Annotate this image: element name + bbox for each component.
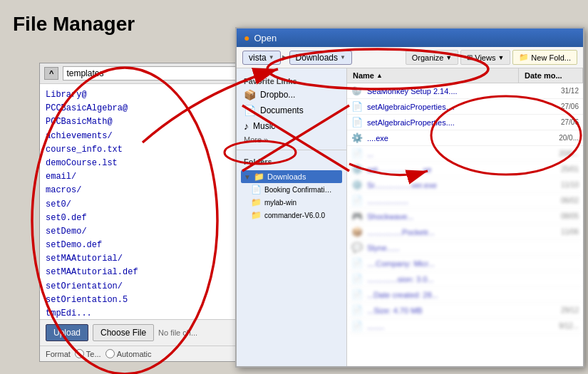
file-row[interactable]: 📄...Date created: 28... <box>347 287 583 303</box>
choose-file-button[interactable]: Choose File <box>93 324 154 341</box>
fm-file-item[interactable]: setOrientation.5 <box>46 294 236 307</box>
format-automatic-radio[interactable]: Automatic <box>105 349 152 358</box>
sidebar-item-documents[interactable]: 📄 Documents <box>237 103 346 118</box>
file-row[interactable]: 📄...................06/02 <box>347 193 583 209</box>
fm-file-item[interactable]: PCCBasicAlgebra@ <box>46 102 236 115</box>
booking-label: Booking Confirmation _ Flight Netw... <box>264 186 336 194</box>
organize-button[interactable]: Organize ▼ <box>406 50 459 65</box>
file-row[interactable]: 📄setAlgebraicProperties....27/06 <box>347 99 583 115</box>
fm-file-item[interactable]: achievements/ <box>46 130 236 143</box>
file-type-icon: 🎮 <box>351 211 364 222</box>
file-name: Sr.................ver.exe <box>367 181 522 189</box>
file-name: ................... <box>367 197 522 205</box>
dialog-body: Favorite Links 📦 Dropbo... 📄 Documents ♪… <box>237 68 583 366</box>
file-type-icon: 📄 <box>351 195 364 206</box>
upload-button[interactable]: Upload <box>46 324 88 341</box>
file-row[interactable]: 📄...Size: 4.70 MB29/12 <box>347 303 583 318</box>
tree-expand-icon: ▼ <box>244 173 251 181</box>
fm-file-item[interactable]: PCCBasicMath@ <box>46 115 236 129</box>
file-type-icon: 📄 <box>351 274 364 284</box>
tree-item-mylab[interactable]: 📁 mylab-win <box>241 196 342 209</box>
file-row[interactable]: 📄setAlgebraicProperties....27/06 <box>347 115 583 130</box>
file-row[interactable]: 🦭SeaMonkey Setup 2.14....31/12 <box>347 83 583 99</box>
fm-file-item[interactable]: setDemo/ <box>46 225 236 239</box>
fm-file-item[interactable]: course_info.txt <box>46 143 236 157</box>
fm-file-item[interactable]: macros/ <box>46 184 236 197</box>
fm-file-item[interactable]: setMAAtutorial.def <box>46 266 236 279</box>
file-date: 11/06 <box>522 228 579 236</box>
sidebar-item-dropbox[interactable]: 📦 Dropbo... <box>237 87 346 103</box>
tree-item-downloads[interactable]: ▼ 📁 Downloads <box>241 170 342 183</box>
file-type-icon: 📄 <box>351 148 364 159</box>
file-name: ...Size: 4.70 MB <box>367 306 522 315</box>
breadcrumb: vista ▼ ▶ Downloads ▼ <box>242 51 403 65</box>
file-type-icon: ⚙️ <box>351 180 364 190</box>
format-text-radio[interactable]: Te... <box>75 349 101 358</box>
file-date: 06/02 <box>522 197 579 204</box>
documents-icon: 📄 <box>244 105 256 116</box>
fm-file-item[interactable]: Library@ <box>46 88 236 102</box>
folder-icon-mylab: 📁 <box>251 197 262 207</box>
fm-format-row: Format Te... Automatic <box>40 346 242 361</box>
page-title: File Manager <box>13 13 135 36</box>
breadcrumb-vista[interactable]: vista ▼ <box>242 51 281 65</box>
dialog-title-text: Open <box>254 33 277 43</box>
sidebar-dropbox-label: Dropbo... <box>260 90 295 100</box>
commander-label: commander-V6.0.0 <box>264 212 325 219</box>
file-row[interactable]: 🎮Shockwave...08/05 <box>347 209 583 224</box>
file-date: 20/0... <box>522 134 579 142</box>
file-row[interactable]: 📄....Company: Micr... <box>347 256 583 271</box>
dialog-sidebar: Favorite Links 📦 Dropbo... 📄 Documents ♪… <box>237 68 347 366</box>
header-name[interactable]: Name ▲ <box>347 68 519 83</box>
sidebar-music-label: Music <box>253 121 275 131</box>
file-row[interactable]: 📄..............sion: 3.0... <box>347 271 583 287</box>
fm-file-list: Library@PCCBasicAlgebra@PCCBasicMath@ach… <box>40 84 242 319</box>
fm-path-input[interactable] <box>63 66 237 80</box>
fm-file-item[interactable]: setMAAtutorial/ <box>46 252 236 266</box>
file-row[interactable]: ⚙️set.....................xe25/01 <box>347 162 583 177</box>
file-name: ...Date created: 28... <box>367 291 522 299</box>
tree-item-booking[interactable]: 📄 Booking Confirmation _ Flight Netw... <box>241 183 342 196</box>
views-button[interactable]: ⊞ Views ▼ <box>460 50 510 65</box>
file-row[interactable]: 💬Slyne...... <box>347 240 583 256</box>
file-date: 29/12 <box>522 306 579 314</box>
breadcrumb-downloads[interactable]: Downloads ▼ <box>289 51 352 65</box>
folders-title: Folders <box>237 155 346 167</box>
file-name: ....exe <box>367 134 522 142</box>
fm-file-item[interactable]: setOrientation/ <box>46 280 236 294</box>
fm-file-item[interactable]: email/ <box>46 170 236 184</box>
dialog-title-icon: ● <box>244 32 249 43</box>
file-name: SeaMonkey Setup 2.14.... <box>367 87 522 95</box>
dialog-main: Name ▲ Date mo... 🦭SeaMonkey Setup 2.14.… <box>347 68 583 366</box>
header-date[interactable]: Date mo... <box>519 68 583 83</box>
file-name: ... <box>367 150 522 158</box>
file-row[interactable]: ⚙️....exe20/0... <box>347 130 583 146</box>
file-row[interactable]: 📄...20/0... <box>347 146 583 162</box>
file-row[interactable]: 📦................Pocketr...11/06 <box>347 224 583 240</box>
music-icon: ♪ <box>244 120 249 132</box>
dialog-toolbar: vista ▼ ▶ Downloads ▼ Organize ▼ ⊞ Views… <box>237 47 583 68</box>
fm-file-item[interactable]: set0/ <box>46 198 236 212</box>
file-name: ........ <box>367 322 522 331</box>
file-name: setAlgebraicProperties.... <box>367 118 522 127</box>
file-name: Shockwave... <box>367 212 522 221</box>
sidebar-documents-label: Documents <box>260 105 304 115</box>
file-date: 31/12 <box>522 87 579 95</box>
fm-file-item[interactable]: tmpEdi... <box>46 307 236 319</box>
fm-file-item[interactable]: set0.def <box>46 212 236 225</box>
file-name: setAlgebraicProperties.... <box>367 103 522 111</box>
file-type-icon: 🦭 <box>351 85 364 96</box>
fm-nav-button[interactable]: ^ <box>44 67 58 80</box>
fm-file-item[interactable]: demoCourse.lst <box>46 157 236 170</box>
tree-item-commander[interactable]: 📁 commander-V6.0.0 <box>241 209 342 222</box>
file-type-icon: 📦 <box>351 227 364 237</box>
new-folder-button[interactable]: 📁 New Fold... <box>512 50 577 65</box>
file-date: 27/06 <box>522 118 579 126</box>
file-row[interactable]: ⚙️Sr.................ver.exe11/10 <box>347 177 583 193</box>
sidebar-item-music[interactable]: ♪ Music <box>237 118 346 134</box>
sidebar-more[interactable]: More » <box>237 134 346 145</box>
downloads-label: Downloads <box>267 172 306 181</box>
fm-file-item[interactable]: setDemo.def <box>46 239 236 252</box>
file-row[interactable]: 📄........9/12... <box>347 318 583 334</box>
file-name: ................Pocketr... <box>367 228 522 237</box>
